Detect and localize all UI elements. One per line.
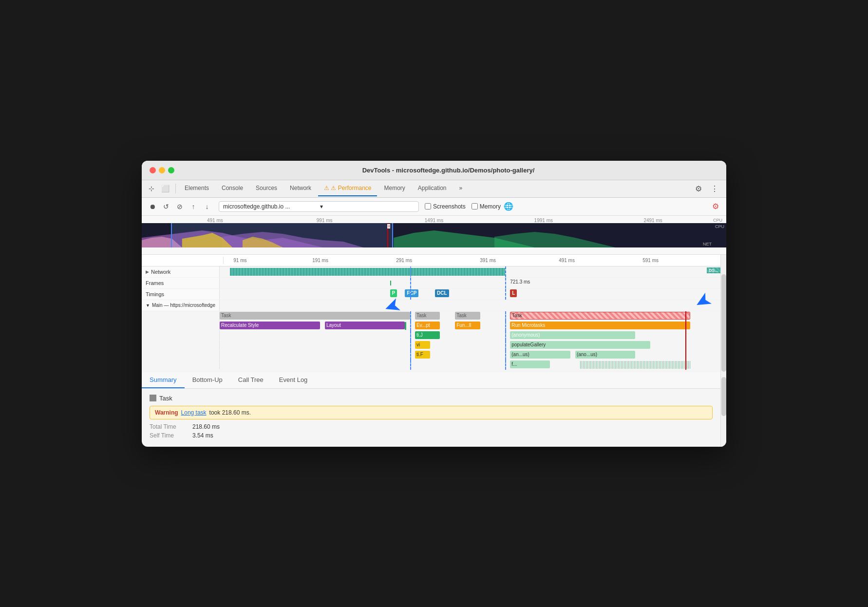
svg-marker-6 (494, 232, 615, 247)
tab-memory[interactable]: Memory (378, 181, 411, 196)
row2-red-marker (685, 321, 686, 331)
tab-console[interactable]: Console (216, 181, 249, 196)
screenshots-checkbox[interactable]: Screenshots (425, 203, 466, 210)
network-content: DS... (220, 266, 720, 277)
bottom-scrollbar[interactable] (720, 372, 726, 447)
divider (175, 184, 176, 193)
row4-vmarker-2 (505, 341, 506, 350)
download-button[interactable]: ↓ (201, 201, 213, 212)
tif-bar[interactable]: ti.F (415, 351, 430, 359)
flame-content-5[interactable]: ti.F (an...us) (ano...us) (220, 350, 720, 360)
layout-bar[interactable]: Layout (325, 322, 405, 329)
flame-row-3: ti.J (anonymous) (142, 331, 720, 341)
frames-vmarker-2 (505, 278, 506, 288)
flame-content-4[interactable]: vi populateGallery (220, 341, 720, 350)
tab-call-tree[interactable]: Call Tree (230, 372, 271, 388)
url-text: microsoftedge.github.io ... (223, 203, 318, 210)
memory-checkbox[interactable]: Memory (472, 203, 501, 210)
cursor-icon[interactable]: ⊹ (146, 181, 157, 196)
task-bar-mid1[interactable]: Task (415, 312, 440, 320)
f-bar[interactable]: f... (510, 360, 550, 368)
flame-row-2: Recalculate Style Layout Ev...pt Fun...l… (142, 321, 720, 331)
tab-sources[interactable]: Sources (250, 181, 283, 196)
tab-event-log[interactable]: Event Log (271, 372, 316, 388)
frames-content: 721.3 ms (220, 278, 720, 288)
flame-content-2[interactable]: Recalculate Style Layout Ev...pt Fun...l… (220, 321, 720, 331)
minimize-button[interactable] (159, 167, 165, 173)
fcp-badge: FCP (405, 289, 418, 297)
network-track: ▶ Network DS... (142, 266, 720, 278)
ano-us-bar[interactable]: (ano...us) (575, 351, 635, 359)
warning-text: took 218.60 ms. (209, 409, 251, 416)
maximize-button[interactable] (168, 167, 174, 173)
ruler-mark-491: 491 ms (160, 218, 270, 223)
anonymous-bar[interactable]: (anonymous) (510, 331, 635, 339)
bottom-scrollbar-thumb[interactable] (721, 377, 726, 416)
run-microtasks-bar[interactable]: Run Microtasks (510, 322, 690, 329)
settings-icon[interactable]: ⚙ (691, 180, 706, 197)
more-icon[interactable]: ⋮ (707, 180, 722, 197)
tij-bar[interactable]: ti.J (415, 331, 440, 339)
clear-button[interactable]: ⊘ (174, 201, 186, 212)
tab-bar: ⊹ ⬜ Elements Console Sources Network ⚠ ⚠… (142, 180, 726, 198)
selection-area[interactable] (171, 223, 393, 247)
evpt-bar[interactable]: Ev...pt (415, 322, 440, 329)
flame-red-marker (685, 311, 686, 321)
self-time-row: Self Time 3.54 ms (150, 432, 713, 439)
tab-more[interactable]: » (453, 181, 469, 196)
ruler-291: 291 ms (396, 258, 412, 263)
warning-label: Warning (155, 409, 178, 416)
task-icon (150, 395, 156, 401)
tab-summary[interactable]: Summary (142, 372, 185, 388)
total-time-value: 218.60 ms (192, 423, 220, 430)
frame-bar (390, 281, 391, 285)
recalcstyle-bar[interactable]: Recalculate Style (220, 322, 320, 329)
dropdown-icon[interactable]: ▾ (320, 203, 415, 210)
bottom-content: Task Warning Long task took 218.60 ms. T… (142, 389, 720, 447)
overview-ruler: 491 ms 991 ms 1491 ms 1991 ms 2491 ms CP… (142, 216, 726, 223)
network-bar-main (230, 268, 505, 276)
vi-bar[interactable]: vi (415, 341, 430, 349)
bottom-panel: Summary Bottom-Up Call Tree Event Log Ta… (142, 372, 726, 447)
record-button[interactable]: ⏺ (147, 201, 158, 212)
close-button[interactable] (150, 167, 156, 173)
overview-section: 491 ms 991 ms 1491 ms 1991 ms 2491 ms CP… (142, 216, 726, 255)
funll-bar[interactable]: Fun...ll (455, 322, 480, 329)
long-task-link[interactable]: Long task (181, 409, 207, 416)
tab-bottom-up[interactable]: Bottom-Up (185, 372, 230, 388)
main-thread-label: ▼ Main — https://microsoftedge.github.io… (142, 300, 220, 311)
tab-application[interactable]: Application (412, 181, 453, 196)
network-expand[interactable]: ▶ (146, 269, 149, 274)
red-marker-label: II (387, 224, 390, 228)
task-bar-red[interactable]: Task (510, 312, 690, 320)
main-expand[interactable]: ▼ (146, 303, 150, 308)
tab-elements[interactable]: Elements (179, 181, 215, 196)
responsive-icon[interactable]: ⬜ (158, 181, 172, 196)
scrollbar[interactable] (720, 255, 726, 372)
network-throttle-icon[interactable]: 🌐 (503, 201, 514, 212)
main-thread-url: Main — https://microsoftedge.github.io/D… (152, 303, 215, 308)
upload-button[interactable]: ↑ (188, 201, 199, 212)
bottom-tabs: Summary Bottom-Up Call Tree Event Log (142, 372, 720, 389)
flame-vmarker-1 (410, 311, 411, 321)
network-label[interactable]: ▶ Network (142, 266, 220, 277)
an-us-bar[interactable]: (an...us) (510, 351, 570, 359)
refresh-button[interactable]: ↺ (160, 201, 172, 212)
green-mark-1 (405, 322, 406, 330)
tab-network[interactable]: Network (284, 181, 317, 196)
ruler-mark-1491: 1491 ms (379, 218, 489, 223)
flame-content-6[interactable]: f... (220, 360, 720, 370)
task-bar-1[interactable]: Task (220, 312, 410, 320)
task-title: Task (150, 395, 713, 402)
performance-settings-icon[interactable]: ⚙ (710, 201, 721, 212)
flame-content-3[interactable]: ti.J (anonymous) (220, 331, 720, 341)
timeline-ruler: 91 ms 191 ms 291 ms 391 ms 491 ms 591 ms (142, 255, 720, 266)
dense-ticks (580, 361, 690, 369)
flame-content-1[interactable]: Task Task Task Task ➤ ➤ (220, 311, 720, 321)
flame-row-5: ti.F (an...us) (ano...us) (142, 350, 720, 360)
task-bar-mid2[interactable]: Task (455, 312, 480, 320)
scrollbar-thumb[interactable] (721, 274, 726, 372)
populate-gallery-bar[interactable]: populateGallery (510, 341, 650, 349)
bottom-main: Summary Bottom-Up Call Tree Event Log Ta… (142, 372, 720, 447)
tab-performance[interactable]: ⚠ ⚠ Performance (318, 181, 377, 196)
